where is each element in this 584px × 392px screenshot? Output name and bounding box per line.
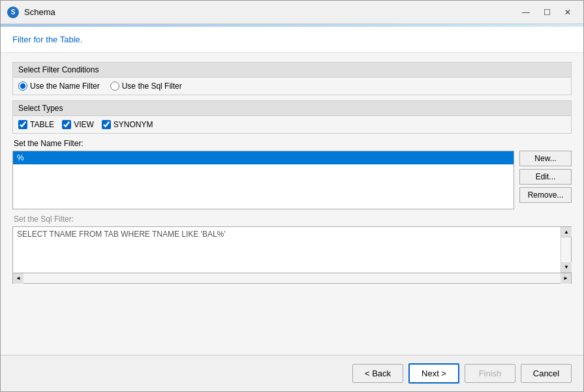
maximize-button[interactable]: ☐ bbox=[538, 5, 556, 20]
window-title: Schema bbox=[24, 7, 517, 17]
radio-name-filter[interactable] bbox=[18, 82, 27, 91]
name-filter-label: Set the Name Filter: bbox=[12, 139, 572, 148]
sql-filter-text: SELECT TNAME FROM TAB WHERE TNAME LIKE '… bbox=[13, 227, 561, 273]
scroll-up-arrow[interactable]: ▲ bbox=[561, 227, 572, 237]
scroll-track-horizontal bbox=[23, 273, 561, 283]
select-types-header: Select Types bbox=[13, 101, 571, 116]
sql-hscrollbar: ◄ ► bbox=[12, 273, 572, 284]
scroll-track-vertical bbox=[561, 237, 571, 262]
radio-sql-filter[interactable] bbox=[110, 82, 119, 91]
window-controls: — ☐ ✕ bbox=[517, 5, 577, 20]
types-checkbox-row: TABLE VIEW SYNONYM bbox=[18, 120, 566, 129]
checkbox-synonym[interactable] bbox=[102, 120, 111, 129]
back-button[interactable]: < Back bbox=[352, 364, 403, 383]
checkbox-view[interactable] bbox=[62, 120, 71, 129]
select-types-section: Select Types TABLE VIEW SYNONYM bbox=[12, 100, 572, 134]
sql-filter-section: Set the Sql Filter: SELECT TNAME FROM TA… bbox=[12, 215, 572, 346]
next-button[interactable]: Next > bbox=[408, 363, 459, 384]
checkbox-synonym-text: SYNONYM bbox=[114, 120, 153, 129]
finish-button[interactable]: Finish bbox=[465, 364, 515, 383]
filter-conditions-section: Select Filter Conditions Use the Name Fi… bbox=[12, 62, 572, 95]
filter-conditions-body: Use the Name Filter Use the Sql Filter bbox=[13, 78, 571, 95]
scroll-left-arrow[interactable]: ◄ bbox=[13, 273, 23, 284]
sql-filter-label: Set the Sql Filter: bbox=[12, 215, 572, 224]
scroll-down-arrow[interactable]: ▼ bbox=[561, 262, 572, 273]
checkbox-view-text: VIEW bbox=[74, 120, 94, 129]
content-area: Select Filter Conditions Use the Name Fi… bbox=[1, 53, 583, 355]
app-icon: S bbox=[7, 7, 19, 18]
filter-list-item[interactable]: % bbox=[13, 151, 514, 164]
title-bar: S Schema — ☐ ✕ bbox=[1, 1, 583, 24]
app-icon-letter: S bbox=[11, 8, 16, 16]
checkbox-synonym-label[interactable]: SYNONYM bbox=[102, 120, 153, 129]
scroll-right-arrow[interactable]: ► bbox=[561, 273, 571, 284]
cancel-button[interactable]: Cancel bbox=[521, 364, 572, 383]
radio-sql-filter-text: Use the Sql Filter bbox=[122, 82, 182, 91]
radio-name-filter-text: Use the Name Filter bbox=[30, 82, 100, 91]
filter-radio-row: Use the Name Filter Use the Sql Filter bbox=[18, 82, 566, 91]
radio-name-filter-label[interactable]: Use the Name Filter bbox=[18, 82, 100, 91]
close-button[interactable]: ✕ bbox=[559, 5, 577, 20]
page-header: Filter for the Table. bbox=[1, 27, 583, 53]
checkbox-view-label[interactable]: VIEW bbox=[62, 120, 94, 129]
name-filter-section: Set the Name Filter: % New... Edit... Re… bbox=[12, 139, 572, 209]
filter-conditions-header: Select Filter Conditions bbox=[13, 63, 571, 78]
checkbox-table-label[interactable]: TABLE bbox=[18, 120, 54, 129]
sql-filter-wrapper: SELECT TNAME FROM TAB WHERE TNAME LIKE '… bbox=[12, 226, 572, 273]
footer: < Back Next > Finish Cancel bbox=[1, 355, 583, 391]
main-window: S Schema — ☐ ✕ Filter for the Table. Sel… bbox=[0, 0, 584, 392]
name-filter-body: % New... Edit... Remove... bbox=[12, 151, 572, 209]
checkbox-table[interactable] bbox=[18, 120, 27, 129]
radio-sql-filter-label[interactable]: Use the Sql Filter bbox=[110, 82, 182, 91]
new-button[interactable]: New... bbox=[519, 151, 572, 166]
edit-button[interactable]: Edit... bbox=[519, 169, 572, 185]
select-types-body: TABLE VIEW SYNONYM bbox=[13, 116, 571, 133]
header-text: Filter for the Table. bbox=[12, 35, 82, 44]
remove-button[interactable]: Remove... bbox=[519, 187, 572, 203]
filter-list[interactable]: % bbox=[12, 151, 514, 209]
checkbox-table-text: TABLE bbox=[30, 120, 54, 129]
sql-vscrollbar: ▲ ▼ bbox=[561, 227, 571, 273]
minimize-button[interactable]: — bbox=[517, 5, 535, 20]
filter-buttons: New... Edit... Remove... bbox=[519, 151, 572, 209]
